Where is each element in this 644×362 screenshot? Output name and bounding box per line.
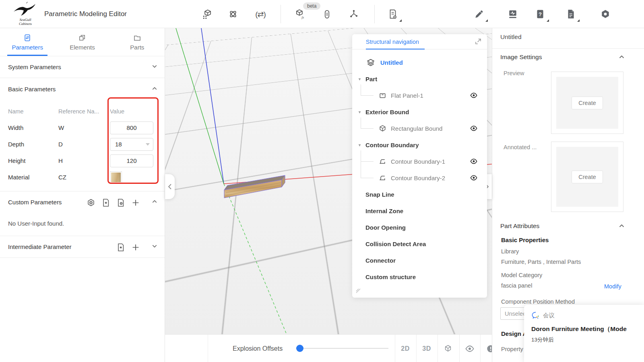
annotated-placeholder: Create	[556, 147, 618, 207]
visibility-button[interactable]	[459, 335, 480, 362]
tab-parts[interactable]: Parts	[110, 28, 165, 56]
param-ref: W	[58, 124, 110, 131]
eye-icon	[470, 125, 478, 132]
tree-group-custom-structure[interactable]: Custom structure	[352, 269, 487, 285]
collapse-part-attributes-button[interactable]	[619, 223, 625, 230]
section-basic-parameters[interactable]: Basic Parameters	[0, 78, 165, 100]
collapse-image-settings-button[interactable]	[619, 54, 625, 61]
tree-root-untitled[interactable]: Untitled	[352, 54, 487, 71]
view-3d-button[interactable]: 3D	[416, 335, 437, 362]
tab-label: Parts	[130, 44, 144, 51]
tree-item-contour-boundary-2[interactable]: Contour Boundary-2	[352, 170, 487, 186]
group-label: Door Opening	[365, 224, 406, 231]
depth-value-select[interactable]	[110, 138, 153, 151]
chevron-up-icon	[619, 223, 625, 229]
help-button[interactable]: ?	[528, 6, 552, 23]
view-2d-button[interactable]: 2D	[395, 335, 416, 362]
basic-properties-heading: Basic Properties	[501, 237, 549, 243]
tab-elements[interactable]: Elements	[55, 28, 109, 56]
visibility-eye-button[interactable]	[469, 92, 478, 99]
slider-thumb[interactable]	[296, 345, 303, 352]
explosion-offsets-label: Explosion Offsets	[233, 335, 283, 362]
document-export-button[interactable]	[381, 6, 405, 23]
panel-resize-handle[interactable]	[355, 288, 361, 295]
property-label: Property	[501, 346, 523, 352]
tree-group-snap-line[interactable]: Snap Line	[352, 186, 487, 203]
visibility-eye-button[interactable]	[469, 158, 478, 165]
resize-icon	[355, 288, 361, 294]
notification-app-row: 会议	[531, 311, 555, 320]
logo-text: SeaGull Cabinets	[7, 18, 43, 26]
explosion-offsets-slider[interactable]	[296, 348, 388, 349]
z-axis-blue	[201, 28, 224, 184]
section-intermediate-parameter[interactable]: Intermediate Parameter	[0, 236, 165, 258]
notification-app-label: 会议	[543, 312, 555, 319]
meeting-notification[interactable]: 会议 Doron Furniture Meeting（Mode 13分钟后	[524, 305, 644, 362]
add-custom-parameter-button[interactable]	[130, 197, 141, 208]
create-preview-button[interactable]: Create	[572, 97, 603, 109]
edit-button[interactable]	[467, 6, 491, 23]
col-reference-name: Reference Na...	[58, 108, 110, 115]
notes-document-button[interactable]	[559, 6, 583, 23]
expand-panel-button[interactable]	[474, 38, 482, 46]
create-annotated-button[interactable]: Create	[572, 171, 603, 183]
tree-item-flat-panel-1[interactable]: Flat Panel-1	[352, 87, 487, 104]
parts-folder-icon	[133, 34, 141, 42]
monitor-button[interactable]	[501, 6, 525, 23]
favorite-parameter-button[interactable]	[101, 197, 111, 208]
tab-label: Elements	[70, 44, 95, 51]
tree-item-rectangular-bound[interactable]: Rectangular Bound	[352, 120, 487, 137]
image-settings-title: Image Settings	[500, 53, 542, 61]
contour-icon	[379, 174, 386, 182]
tree-group-door-opening[interactable]: Door Opening	[352, 219, 487, 236]
node-graph-button[interactable]	[342, 6, 366, 23]
section-title: Intermediate Parameter	[8, 243, 72, 250]
col-name: Name	[8, 108, 58, 115]
favorite-intermediate-button[interactable]	[116, 242, 126, 253]
tab-label: Parameters	[12, 44, 43, 51]
cube-grid-icon	[202, 9, 213, 19]
annotated-image-box: Create	[551, 142, 623, 212]
add-intermediate-parameter-button[interactable]	[130, 242, 141, 253]
warnings-button[interactable]	[480, 335, 492, 362]
tree-group-internal-zone[interactable]: Internal Zone	[352, 203, 487, 219]
caret-down-icon: ▾	[359, 76, 361, 82]
settings-button[interactable]	[593, 6, 617, 23]
chevron-down-icon	[152, 243, 157, 250]
parameters-doc-icon	[23, 34, 31, 42]
section-title: Basic Parameters	[8, 86, 56, 93]
knot-tool-button[interactable]	[221, 6, 245, 23]
app-logo: SeaGull Cabinets	[7, 2, 43, 27]
collapse-left-panel-handle[interactable]	[165, 174, 175, 199]
seagull-logo-icon	[13, 2, 38, 16]
section-system-parameters[interactable]: System Parameters	[0, 56, 165, 78]
plus-icon	[131, 198, 140, 207]
visibility-nut-button[interactable]	[86, 197, 96, 208]
root-label: Untitled	[380, 59, 403, 66]
visibility-eye-button[interactable]	[469, 125, 478, 132]
tree-group-collision-detect-area[interactable]: Collision Detect Area	[352, 236, 487, 252]
divider	[492, 48, 644, 49]
caret-down-icon: ▾	[359, 142, 361, 148]
knot-icon	[228, 9, 238, 19]
material-swatch[interactable]	[110, 171, 122, 183]
modify-link[interactable]: Modify	[604, 283, 621, 290]
height-value-input[interactable]	[110, 154, 153, 167]
table-row: Height H	[8, 152, 157, 169]
group-label: Snap Line	[365, 191, 394, 198]
section-custom-parameters[interactable]: Custom Parameters	[0, 191, 165, 213]
tree-connector	[361, 84, 374, 96]
visibility-eye-button[interactable]	[469, 175, 478, 182]
tab-parameters[interactable]: Parameters	[0, 28, 55, 56]
model-library-button[interactable]	[195, 6, 219, 23]
library-label: Library	[501, 248, 519, 255]
width-value-input[interactable]	[110, 121, 153, 134]
history-parameter-button[interactable]	[116, 197, 126, 208]
group-label: Internal Zone	[365, 208, 403, 214]
link-icon	[322, 9, 332, 19]
section-title: Custom Parameters	[8, 199, 62, 206]
tree-group-connector[interactable]: Connector	[352, 252, 487, 269]
tab-structural-navigation[interactable]: Structural navigation	[366, 34, 419, 49]
swap-parameters-button[interactable]: (⇄)	[248, 6, 272, 23]
bounding-box-button[interactable]	[438, 335, 458, 362]
